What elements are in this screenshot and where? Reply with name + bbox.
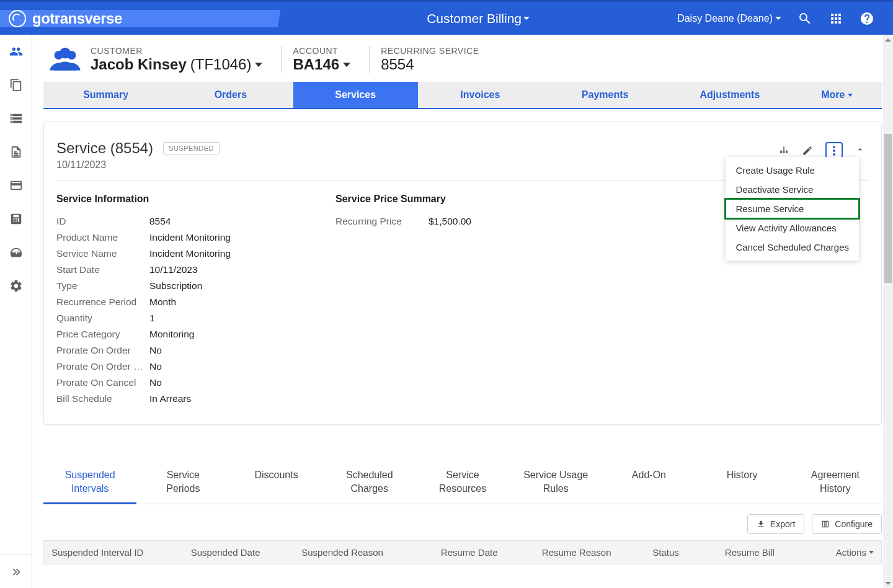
scrollbar[interactable] bbox=[883, 35, 893, 588]
th-suspended-date[interactable]: Suspended Date bbox=[184, 541, 294, 564]
sidebar-copy[interactable] bbox=[0, 68, 32, 102]
caret-down-icon bbox=[848, 94, 853, 97]
export-button[interactable]: Export bbox=[747, 514, 804, 534]
menu-create-usage-rule[interactable]: Create Usage Rule bbox=[726, 161, 859, 180]
sidebar-storage[interactable] bbox=[0, 102, 32, 135]
th-suspended-reason[interactable]: Suspended Reason bbox=[294, 541, 433, 564]
search-icon[interactable] bbox=[797, 11, 812, 26]
caret-down-icon bbox=[523, 17, 530, 20]
info-value: Incident Monitoring bbox=[149, 232, 231, 243]
sidebar-customers[interactable] bbox=[0, 35, 32, 68]
info-label: Prorate On Order No… bbox=[56, 361, 149, 372]
subtab-add-on[interactable]: Add-On bbox=[602, 462, 695, 504]
tab-orders[interactable]: Orders bbox=[168, 82, 293, 108]
svg-point-3 bbox=[833, 146, 835, 148]
tab-invoices[interactable]: Invoices bbox=[418, 82, 543, 108]
th-suspended-interval-id[interactable]: Suspended Interval ID bbox=[44, 541, 184, 564]
subtab-service-resources[interactable]: ServiceResources bbox=[416, 462, 509, 504]
price-value: $1,500.00 bbox=[429, 216, 471, 227]
topbar-brand-area: gotransverse bbox=[0, 10, 279, 27]
menu-resume-service[interactable]: Resume Service bbox=[726, 199, 859, 218]
subtab-scheduled-charges[interactable]: ScheduledCharges bbox=[323, 462, 416, 504]
table-header: Suspended Interval ID Suspended Date Sus… bbox=[43, 540, 882, 564]
info-label: Product Name bbox=[56, 232, 149, 243]
sidebar-settings[interactable] bbox=[0, 269, 32, 303]
sidebar-card[interactable] bbox=[0, 169, 32, 202]
sidebar-expand[interactable] bbox=[0, 555, 32, 588]
customer-label: CUSTOMER bbox=[91, 46, 262, 56]
tab-summary[interactable]: Summary bbox=[43, 82, 168, 108]
tab-adjustments[interactable]: Adjustments bbox=[667, 82, 792, 108]
svg-point-2 bbox=[60, 48, 71, 59]
main-tabs: Summary Orders Services Invoices Payment… bbox=[43, 82, 882, 109]
menu-cancel-scheduled-charges[interactable]: Cancel Scheduled Charges bbox=[726, 238, 859, 257]
th-resume-bill[interactable]: Resume Bill bbox=[718, 541, 809, 564]
edit-icon[interactable] bbox=[802, 145, 813, 156]
brand-text: gotransverse bbox=[32, 10, 122, 27]
info-row: Prorate On OrderNo bbox=[56, 342, 311, 359]
columns-icon bbox=[821, 520, 830, 528]
tab-more[interactable]: More bbox=[793, 82, 882, 108]
info-value: 1 bbox=[149, 313, 155, 324]
menu-deactivate-service[interactable]: Deactivate Service bbox=[726, 180, 859, 199]
service-title: Service (8554) bbox=[56, 140, 153, 157]
customer-icon bbox=[47, 47, 83, 73]
sidebar-calculator[interactable] bbox=[0, 202, 32, 236]
info-value: 10/11/2023 bbox=[149, 264, 198, 275]
info-row: Recurrence PeriodMonth bbox=[56, 294, 311, 310]
customer-selector[interactable]: Jacob Kinsey (TF1046) bbox=[91, 56, 262, 73]
th-status[interactable]: Status bbox=[645, 541, 718, 564]
user-menu[interactable]: Daisy Deane (Deane) bbox=[677, 13, 781, 24]
price-row: Recurring Price$1,500.00 bbox=[335, 213, 590, 229]
info-row: Bill ScheduleIn Arrears bbox=[56, 391, 311, 407]
sidebar-gauge[interactable] bbox=[0, 236, 32, 269]
subtab-agreement-history[interactable]: AgreementHistory bbox=[789, 462, 882, 504]
sidebar bbox=[0, 35, 32, 588]
tab-services[interactable]: Services bbox=[293, 82, 418, 108]
page-title: Customer Billing bbox=[427, 11, 522, 26]
subtab-discounts[interactable]: Discounts bbox=[229, 462, 322, 504]
hierarchy-icon[interactable] bbox=[778, 145, 789, 156]
svg-point-5 bbox=[833, 153, 835, 156]
subtab-service-usage-rules[interactable]: Service UsageRules bbox=[509, 462, 602, 504]
brand-logo[interactable]: gotransverse bbox=[9, 10, 122, 27]
account-selector[interactable]: BA146 bbox=[293, 56, 350, 73]
subtab-suspended-intervals[interactable]: SuspendedIntervals bbox=[43, 462, 136, 504]
sidebar-document[interactable] bbox=[0, 135, 32, 169]
collapse-button[interactable] bbox=[855, 145, 865, 157]
menu-view-activity-allowances[interactable]: View Activity Allowances bbox=[726, 218, 859, 238]
info-label: Price Category bbox=[56, 329, 149, 340]
subtab-history[interactable]: History bbox=[696, 462, 789, 504]
info-value: Subscription bbox=[149, 280, 202, 292]
status-badge: SUSPENDED bbox=[163, 142, 220, 154]
page-title-dropdown[interactable]: Customer Billing bbox=[427, 11, 530, 26]
info-row: Product NameIncident Monitoring bbox=[56, 229, 311, 246]
scroll-up-icon[interactable] bbox=[883, 35, 893, 45]
content-area: CUSTOMER Jacob Kinsey (TF1046) ACCOUNT B… bbox=[32, 35, 893, 588]
help-icon[interactable] bbox=[860, 11, 874, 26]
info-label: Prorate On Order bbox=[56, 345, 149, 356]
th-resume-reason[interactable]: Resume Reason bbox=[535, 541, 645, 564]
service-date: 10/11/2023 bbox=[56, 159, 778, 171]
scroll-down-icon[interactable] bbox=[883, 578, 893, 588]
info-value: No bbox=[149, 345, 162, 356]
sub-tabs: SuspendedIntervals ServicePeriods Discou… bbox=[43, 462, 882, 504]
apps-grid-icon[interactable] bbox=[829, 11, 843, 26]
info-label: ID bbox=[56, 216, 149, 227]
info-value: 8554 bbox=[149, 216, 171, 227]
info-label: Start Date bbox=[56, 264, 149, 275]
svg-point-4 bbox=[833, 149, 835, 152]
info-value: Monitoring bbox=[149, 329, 194, 340]
scrollbar-thumb[interactable] bbox=[884, 134, 892, 283]
configure-button[interactable]: Configure bbox=[812, 514, 882, 534]
caret-down-icon bbox=[869, 551, 874, 554]
info-label: Bill Schedule bbox=[56, 393, 149, 404]
caret-down-icon bbox=[255, 63, 262, 67]
info-value: In Arrears bbox=[149, 393, 191, 404]
subtab-service-periods[interactable]: ServicePeriods bbox=[136, 462, 229, 504]
info-row: Service NameIncident Monitoring bbox=[56, 246, 311, 262]
tab-payments[interactable]: Payments bbox=[543, 82, 667, 108]
th-actions[interactable]: Actions bbox=[809, 541, 881, 564]
service-label: RECURRING SERVICE bbox=[381, 46, 479, 56]
th-resume-date[interactable]: Resume Date bbox=[433, 541, 535, 564]
